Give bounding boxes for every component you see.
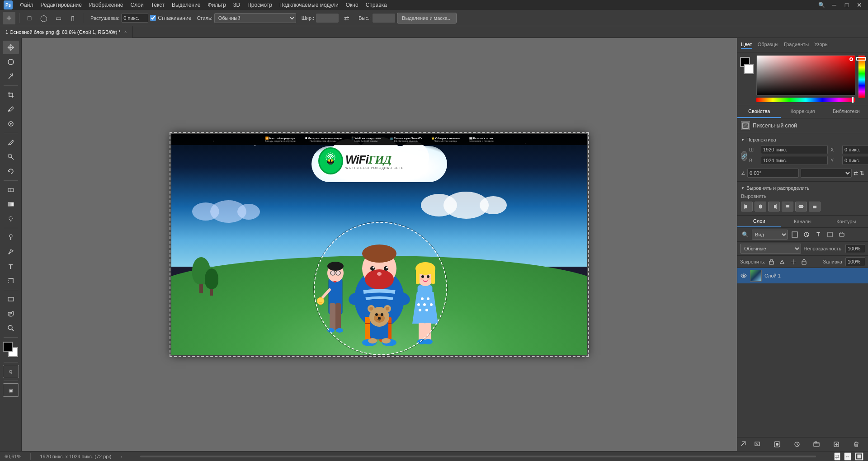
opacity-input[interactable] (845, 244, 865, 253)
bg-swatch[interactable] (744, 64, 754, 74)
eraser-btn[interactable] (3, 183, 19, 197)
menu-item-select[interactable]: Выделение (172, 2, 201, 8)
layers-icon-smart[interactable] (837, 230, 847, 240)
tab-contours[interactable]: Контуры (825, 216, 868, 227)
magic-wand-btn[interactable] (3, 70, 19, 83)
align-center-h-btn[interactable] (755, 202, 766, 212)
perspective-header[interactable]: ▼ Перспектива (741, 137, 864, 142)
healing-btn[interactable] (3, 117, 19, 131)
window-search-btn[interactable]: 🔍 (816, 0, 826, 10)
single-row-btn[interactable]: ▭ (52, 12, 65, 24)
angle-unit-select[interactable] (801, 169, 852, 178)
style-select[interactable]: Обычный Фиксированное соотношение Заданн… (214, 13, 296, 23)
feather-input[interactable] (121, 14, 148, 23)
path-select-btn[interactable] (3, 274, 19, 287)
status-icon-1[interactable]: ⇄ (834, 452, 840, 461)
flip-v-btn[interactable]: ⇅ (860, 170, 864, 176)
canvas-area[interactable]: 📶 Настройка роутера Бренды, модели, инст… (22, 38, 737, 451)
window-close-btn[interactable]: ✕ (854, 0, 864, 10)
lock-art-btn[interactable] (778, 257, 787, 266)
dodge-tool-btn[interactable] (3, 230, 19, 244)
layer-visibility-1[interactable] (740, 272, 747, 279)
window-maximize-btn[interactable]: □ (842, 0, 852, 10)
height-prop-input[interactable] (761, 156, 828, 165)
menu-item-edit[interactable]: Редактирование (41, 2, 82, 8)
status-icon-3[interactable]: 🔲 (855, 452, 863, 461)
width-prop-input[interactable] (761, 145, 828, 154)
foreground-color[interactable] (3, 342, 13, 352)
layer-item-1[interactable]: Слой 1 (737, 268, 868, 283)
add-fx-btn[interactable]: fx (748, 439, 766, 449)
single-col-btn[interactable]: ▯ (66, 12, 79, 24)
zoom-tool-btn[interactable] (3, 321, 19, 335)
hand-tool-btn[interactable] (3, 307, 19, 320)
move-tool-btn[interactable]: ✛ (3, 12, 15, 24)
tab-patterns[interactable]: Узоры (814, 42, 828, 49)
hue-slider[interactable] (756, 98, 855, 102)
tab-channels[interactable]: Каналы (781, 216, 824, 227)
brush-tool-btn[interactable] (3, 136, 19, 149)
selection-tool-btn[interactable] (3, 41, 19, 54)
align-left-btn[interactable] (741, 202, 753, 212)
menu-item-3d[interactable]: 3D (233, 2, 240, 8)
status-arrow-btn[interactable]: › (121, 454, 123, 459)
flip-h-btn[interactable]: ⇄ (854, 170, 858, 176)
menu-item-layers[interactable]: Слои (131, 2, 144, 8)
link-aspect-btn[interactable]: 🔗 (741, 151, 747, 161)
x-prop-input[interactable] (842, 145, 868, 154)
lock-pixel-btn[interactable] (767, 257, 776, 266)
fill-input[interactable] (845, 257, 865, 266)
menu-item-filter[interactable]: Фильтр (208, 2, 226, 8)
quick-mask-btn[interactable]: Q (3, 365, 19, 378)
menu-item-window[interactable]: Окно (346, 2, 359, 8)
layers-filter-select[interactable]: Вид Имя Тип (752, 230, 788, 240)
align-header[interactable]: ▼ Выровнять и распределить (741, 185, 864, 191)
tab-layers[interactable]: Слои (737, 216, 781, 227)
lock-move-btn[interactable] (789, 257, 798, 266)
tab-correction[interactable]: Коррекция (781, 105, 824, 118)
window-minimize-btn[interactable]: ─ (829, 0, 839, 10)
eyedropper-btn[interactable] (3, 103, 19, 116)
status-icon-2[interactable]: ↔ (844, 452, 851, 461)
layers-icon-type[interactable]: T (813, 230, 823, 240)
crop-tool-btn[interactable] (3, 88, 19, 102)
lasso-tool-btn[interactable] (3, 55, 19, 69)
add-group-btn[interactable] (808, 439, 826, 449)
align-right-btn[interactable] (768, 202, 780, 212)
shape-tool-btn[interactable] (3, 292, 19, 306)
pen-tool-btn[interactable] (3, 245, 19, 259)
menu-item-view[interactable]: Просмотр (247, 2, 272, 8)
width-input[interactable] (316, 14, 339, 23)
tab-gradients[interactable]: Градиенты (784, 42, 809, 49)
color-vertical-slider[interactable] (858, 55, 865, 98)
menu-item-image[interactable]: Изображение (89, 2, 123, 8)
menu-item-text[interactable]: Текст (151, 2, 165, 8)
gradient-tool-btn[interactable] (3, 198, 19, 211)
rect-select-btn[interactable]: □ (23, 12, 36, 24)
menu-item-plugins[interactable]: Подключаемые модули (279, 2, 339, 8)
delete-layer-btn[interactable] (847, 439, 865, 449)
clone-stamp-btn[interactable] (3, 150, 19, 164)
tab-close-btn[interactable]: × (124, 29, 127, 34)
align-top-btn[interactable] (782, 202, 793, 212)
color-swatches[interactable] (3, 342, 19, 358)
add-layer-btn[interactable] (827, 439, 845, 449)
angle-input[interactable] (747, 169, 799, 178)
swap-dimensions-btn[interactable]: ⇄ (340, 12, 353, 24)
layers-search-icon[interactable]: 🔍 (740, 230, 750, 240)
add-adjustment-btn[interactable] (788, 439, 806, 449)
ellipse-select-btn[interactable]: ◯ (38, 12, 50, 24)
selection-mask-btn[interactable]: Выделение и маска... (397, 13, 457, 24)
menu-item-help[interactable]: Справка (366, 2, 387, 8)
smoothing-checkbox[interactable] (150, 15, 156, 21)
tab-properties[interactable]: Свойства (737, 105, 781, 118)
layers-icon-adj[interactable] (802, 230, 811, 240)
layers-mode-select[interactable]: Обычные Растворение Умножение Экран (740, 244, 801, 254)
menu-item-file[interactable]: Файл (20, 2, 33, 8)
tab-color[interactable]: Цвет (741, 42, 752, 49)
align-bottom-btn[interactable] (809, 202, 821, 212)
lock-all-btn[interactable] (800, 257, 809, 266)
document-tab[interactable]: 1 Основной блок.png @ 60,6% (Слой 1, RGB… (0, 26, 133, 38)
align-center-v-btn[interactable] (795, 202, 807, 212)
history-brush-btn[interactable] (3, 165, 19, 178)
